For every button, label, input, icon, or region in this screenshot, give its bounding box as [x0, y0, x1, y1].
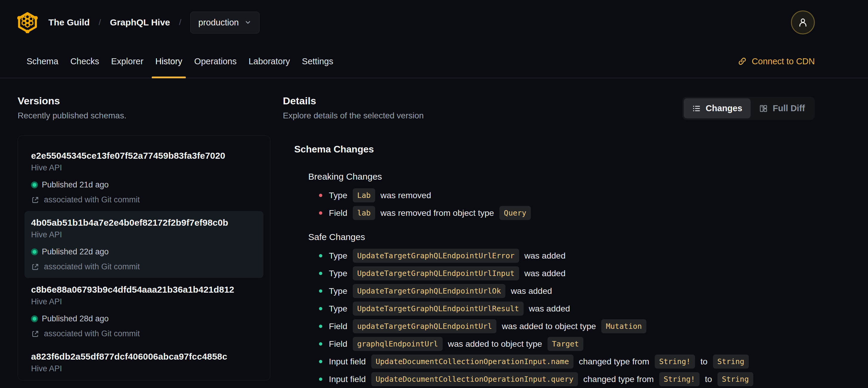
nav-tab-explorer[interactable]: Explorer — [105, 45, 149, 78]
version-card[interactable]: 4b05ab51b1b4a7e2e4b0ef82172f2b9f7ef98c0b… — [25, 211, 264, 278]
code-chip: UpdateTargetGraphQLEndpointUrlResult — [353, 302, 524, 316]
git-commit-link[interactable]: associated with Git commit — [31, 262, 257, 271]
change-text: was removed — [378, 190, 431, 200]
bullet-dot — [319, 342, 322, 346]
nav-tab-checks[interactable]: Checks — [64, 45, 105, 78]
full-diff-view-button[interactable]: Full Diff — [751, 98, 813, 118]
published-status: Published 22d ago — [31, 247, 257, 257]
change-text: was added to object type — [446, 339, 545, 349]
change-row: Input field UpdateDocumentCollectionOper… — [319, 372, 815, 386]
bullet-dot — [319, 325, 322, 328]
external-link-icon — [31, 196, 39, 204]
version-hash: a823f6db2a55df877dcf406006abca97fcc4858c — [31, 352, 257, 362]
nav-tab-laboratory[interactable]: Laboratory — [243, 45, 296, 78]
version-service-name: Hive API — [31, 364, 257, 374]
change-text: to — [703, 374, 714, 384]
bullet-dot — [319, 289, 322, 293]
change-text: Field — [329, 339, 350, 349]
change-row: Type UpdateTargetGraphQLEndpointUrlResul… — [319, 302, 815, 316]
changes-view-button[interactable]: Changes — [684, 98, 751, 118]
breadcrumb: The Guild / GraphQL Hive / production — [49, 12, 259, 33]
change-text: was added — [508, 286, 552, 296]
safe-changes-section: Safe Changes Type UpdateTargetGraphQLEnd… — [308, 232, 815, 386]
change-row: Field graphqlEndpointUrl was added to ob… — [319, 337, 815, 351]
change-row: Type UpdateTargetGraphQLEndpointUrlError… — [319, 249, 815, 263]
change-row: Field lab was removed from object type Q… — [319, 206, 815, 220]
code-chip: Query — [499, 206, 531, 220]
nav-tab-operations[interactable]: Operations — [188, 45, 243, 78]
code-chip: UpdateTargetGraphQLEndpointUrlError — [353, 249, 519, 263]
breadcrumb-separator: / — [99, 18, 101, 27]
change-text: was added — [527, 304, 570, 314]
breadcrumb-separator: / — [179, 18, 181, 27]
schema-changes-section: Schema Changes Breaking Changes Type Lab… — [294, 144, 815, 386]
code-chip: UpdateTargetGraphQLEndpointUrlOk — [353, 284, 506, 298]
change-row: Input field UpdateDocumentCollectionOper… — [319, 355, 815, 368]
nav-tab-schema[interactable]: Schema — [21, 45, 64, 78]
bullet-dot — [319, 254, 322, 257]
safe-changes-title: Safe Changes — [308, 232, 815, 242]
breadcrumb-project[interactable]: GraphQL Hive — [110, 17, 170, 28]
nav-tabs: SchemaChecksExplorerHistoryOperationsLab… — [21, 45, 339, 78]
list-icon — [692, 104, 701, 113]
version-card[interactable]: c8b6e88a06793b9c4dfd54aaa21b36a1b421d812… — [25, 278, 264, 345]
published-status-dot — [31, 316, 38, 322]
version-hash: c8b6e88a06793b9c4dfd54aaa21b36a1b421d812 — [31, 285, 257, 295]
connect-to-cdn-link[interactable]: Connect to CDN — [738, 57, 815, 66]
git-commit-link[interactable]: associated with Git commit — [31, 195, 257, 205]
published-time-label: Published 21d ago — [42, 180, 109, 189]
top-header: The Guild / GraphQL Hive / production — [0, 0, 868, 45]
bullet-dot — [319, 272, 322, 275]
external-link-icon — [31, 330, 39, 338]
version-list: e2e55045345ce13fe07f52a77459b83fa3fe7020… — [18, 136, 270, 381]
external-link-icon — [31, 263, 39, 271]
version-hash: e2e55045345ce13fe07f52a77459b83fa3fe7020 — [31, 151, 257, 161]
change-text: to — [698, 357, 710, 366]
link-icon — [738, 57, 747, 66]
user-icon — [797, 17, 809, 28]
published-status: Published 28d ago — [31, 314, 257, 323]
published-status: Published 21d ago — [31, 180, 257, 189]
nav-tab-history[interactable]: History — [149, 45, 188, 78]
versions-subtitle: Recently published schemas. — [18, 111, 270, 120]
user-avatar-button[interactable] — [791, 10, 815, 34]
details-title: Details — [283, 95, 424, 107]
versions-panel: Versions Recently published schemas. e2e… — [18, 95, 270, 381]
target-selector-dropdown[interactable]: production — [190, 12, 259, 33]
change-text: Input field — [329, 374, 368, 384]
code-chip: String! — [655, 355, 695, 368]
breaking-changes-title: Breaking Changes — [308, 172, 815, 182]
bullet-dot — [319, 360, 322, 363]
git-commit-link[interactable]: associated with Git commit — [31, 329, 257, 338]
version-card[interactable]: a823f6db2a55df877dcf406006abca97fcc4858c… — [25, 345, 264, 381]
columns-layout-icon — [759, 104, 768, 113]
safe-changes-list: Type UpdateTargetGraphQLEndpointUrlError… — [319, 249, 815, 386]
change-text: Type — [329, 286, 350, 296]
git-commit-label: associated with Git commit — [44, 329, 140, 338]
code-chip: String — [717, 372, 753, 386]
change-row: Type UpdateTargetGraphQLEndpointUrlInput… — [319, 266, 815, 280]
version-service-name: Hive API — [31, 297, 257, 306]
change-text: was added — [522, 268, 566, 278]
schema-changes-title: Schema Changes — [294, 144, 815, 155]
nav-tab-settings[interactable]: Settings — [296, 45, 339, 78]
change-text: was added to object type — [499, 321, 598, 331]
full-diff-view-label: Full Diff — [773, 103, 805, 113]
code-chip: String — [713, 355, 749, 368]
code-chip: String! — [659, 372, 700, 386]
change-text: was added — [522, 251, 566, 261]
published-time-label: Published 28d ago — [42, 314, 109, 323]
breadcrumb-org[interactable]: The Guild — [49, 17, 90, 28]
code-chip: UpdateTargetGraphQLEndpointUrlInput — [353, 266, 519, 280]
version-hash: 4b05ab51b1b4a7e2e4b0ef82172f2b9f7ef98c0b — [31, 218, 257, 228]
target-selector-value: production — [198, 18, 239, 28]
git-commit-label: associated with Git commit — [44, 195, 140, 205]
change-row: Field updateTargetGraphQLEndpointUrl was… — [319, 319, 815, 333]
change-text: Type — [329, 251, 350, 261]
bullet-dot — [319, 378, 322, 381]
code-chip: updateTargetGraphQLEndpointUrl — [353, 319, 497, 333]
chevron-down-icon — [244, 19, 251, 26]
change-text: was removed from object type — [378, 208, 496, 218]
breaking-changes-section: Breaking Changes Type Lab was removedFie… — [308, 172, 815, 220]
version-card[interactable]: e2e55045345ce13fe07f52a77459b83fa3fe7020… — [25, 144, 264, 211]
